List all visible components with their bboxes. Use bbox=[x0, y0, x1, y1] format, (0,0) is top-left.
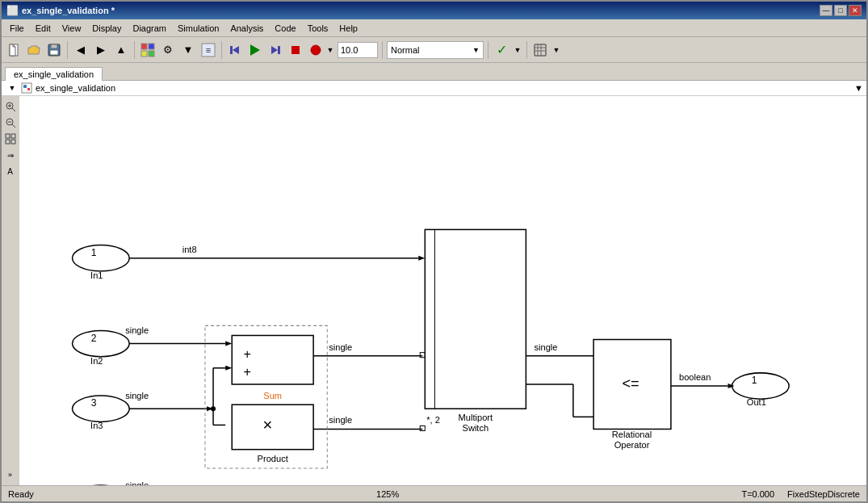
record-button[interactable] bbox=[307, 41, 325, 59]
svg-marker-47 bbox=[225, 366, 232, 371]
diagram-canvas[interactable]: int8 single single bbox=[19, 96, 866, 485]
text-button[interactable]: A bbox=[3, 164, 18, 178]
up-button[interactable]: ▲ bbox=[112, 41, 130, 59]
tab-ex-single-validation[interactable]: ex_single_validation bbox=[5, 67, 103, 81]
svg-line-29 bbox=[12, 124, 15, 128]
check-dropdown[interactable]: ▼ bbox=[513, 41, 522, 59]
main-window: ⬜ ex_single_validation * — □ ✕ File Edit… bbox=[0, 0, 868, 503]
svg-text:+: + bbox=[243, 364, 250, 379]
toolbar: ◀ ▶ ▲ ⚙ ▼ ≡ bbox=[2, 37, 866, 63]
run-button[interactable] bbox=[246, 41, 264, 59]
toolbar-separator-2 bbox=[134, 41, 135, 59]
svg-rect-16 bbox=[535, 44, 546, 56]
new-button[interactable] bbox=[5, 41, 23, 59]
menu-file[interactable]: File bbox=[5, 23, 29, 34]
svg-text:Out1: Out1 bbox=[747, 397, 766, 407]
svg-point-15 bbox=[311, 45, 321, 55]
debug-dropdown[interactable]: ▼ bbox=[551, 41, 561, 59]
status-time: T=0.000 bbox=[741, 489, 774, 499]
zoom-out-button[interactable] bbox=[3, 115, 18, 130]
svg-text:+: + bbox=[243, 346, 250, 361]
menu-diagram[interactable]: Diagram bbox=[128, 23, 171, 34]
svg-rect-22 bbox=[23, 85, 27, 88]
svg-text:boolean: boolean bbox=[679, 372, 711, 382]
save-button[interactable] bbox=[45, 41, 63, 59]
menu-simulation[interactable]: Simulation bbox=[173, 23, 224, 34]
toolbar-separator-1 bbox=[67, 41, 68, 59]
menu-tools[interactable]: Tools bbox=[303, 23, 333, 34]
check-button[interactable]: ✓ bbox=[493, 41, 510, 59]
menu-display[interactable]: Display bbox=[87, 23, 126, 34]
menu-edit[interactable]: Edit bbox=[31, 23, 56, 34]
app-icon: ⬜ bbox=[6, 5, 19, 16]
svg-text:Multiport: Multiport bbox=[459, 413, 493, 422]
status-right: T=0.000 FixedStepDiscrete bbox=[741, 489, 860, 499]
menu-bar: File Edit View Display Diagram Simulatio… bbox=[2, 19, 866, 37]
step-forward-button[interactable] bbox=[266, 41, 284, 59]
stop-to-start-button[interactable] bbox=[226, 41, 244, 59]
sim-mode-dropdown[interactable]: Normal ▼ bbox=[387, 41, 484, 59]
fit-view-button[interactable] bbox=[3, 132, 18, 146]
menu-view[interactable]: View bbox=[57, 23, 86, 34]
status-zoom-level: 125% bbox=[376, 489, 399, 499]
menu-analysis[interactable]: Analysis bbox=[225, 23, 268, 34]
svg-text:single: single bbox=[329, 415, 352, 425]
svg-text:Relational: Relational bbox=[612, 430, 652, 439]
svg-point-95 bbox=[732, 373, 790, 399]
svg-rect-56 bbox=[420, 353, 425, 358]
svg-rect-2 bbox=[51, 44, 57, 48]
title-text: ⬜ ex_single_validation * bbox=[6, 5, 115, 16]
sim-mode-label: Normal bbox=[391, 45, 419, 55]
svg-rect-13 bbox=[278, 46, 280, 54]
canvas-area: ⇒ A » int8 single bbox=[2, 96, 866, 485]
menu-help[interactable]: Help bbox=[334, 23, 363, 34]
menu-code[interactable]: Code bbox=[270, 23, 300, 34]
status-left: Ready bbox=[8, 489, 34, 499]
breadcrumb-bar: ▼ ex_single_validation ▼ bbox=[2, 81, 866, 96]
svg-text:In2: In2 bbox=[90, 356, 103, 366]
svg-point-68 bbox=[73, 245, 130, 271]
status-bar: Ready 125% T=0.000 FixedStepDiscrete bbox=[2, 485, 866, 501]
toolbar-separator-3 bbox=[221, 41, 222, 59]
stateflow-button[interactable]: ≡ bbox=[199, 41, 217, 59]
left-tools: ⇒ A » bbox=[2, 96, 19, 485]
svg-text:3: 3 bbox=[91, 397, 97, 409]
svg-rect-6 bbox=[141, 51, 147, 57]
title-bar: ⬜ ex_single_validation * — □ ✕ bbox=[2, 2, 866, 19]
check-icon: ✓ bbox=[497, 42, 507, 57]
status-ready: Ready bbox=[8, 489, 34, 499]
toolbar-separator-5 bbox=[488, 41, 489, 59]
stop-button[interactable] bbox=[287, 41, 304, 59]
status-solver: FixedStepDiscrete bbox=[787, 489, 860, 499]
window-controls[interactable]: — □ ✕ bbox=[820, 5, 862, 16]
svg-rect-60 bbox=[420, 425, 425, 430]
record-dropdown[interactable]: ▼ bbox=[325, 41, 335, 59]
svg-rect-34 bbox=[11, 140, 15, 144]
svg-text:Product: Product bbox=[258, 454, 288, 463]
settings-dropdown[interactable]: ▼ bbox=[179, 41, 197, 59]
maximize-button[interactable]: □ bbox=[834, 5, 847, 16]
breadcrumb-collapse[interactable]: ▼ bbox=[6, 82, 18, 94]
breadcrumb-dropdown[interactable]: ▼ bbox=[854, 83, 863, 93]
debug-button[interactable] bbox=[531, 41, 549, 59]
forward-button[interactable]: ▶ bbox=[92, 41, 110, 59]
settings-button[interactable]: ⚙ bbox=[159, 41, 177, 59]
svg-text:single: single bbox=[534, 342, 557, 352]
svg-text:1: 1 bbox=[752, 375, 757, 386]
minimize-button[interactable]: — bbox=[820, 5, 832, 16]
expand-button[interactable]: » bbox=[3, 467, 18, 482]
zoom-in-button[interactable] bbox=[3, 99, 18, 114]
svg-rect-84 bbox=[232, 404, 313, 449]
svg-rect-7 bbox=[149, 51, 154, 57]
svg-marker-10 bbox=[233, 46, 239, 54]
svg-text:2: 2 bbox=[91, 333, 97, 344]
library-button[interactable] bbox=[139, 41, 157, 59]
svg-rect-33 bbox=[6, 140, 10, 144]
open-button[interactable] bbox=[25, 41, 43, 59]
svg-text:In3: In3 bbox=[90, 421, 103, 430]
svg-rect-3 bbox=[50, 50, 58, 55]
sim-time-input[interactable] bbox=[338, 42, 378, 58]
back-button[interactable]: ◀ bbox=[72, 41, 90, 59]
close-button[interactable]: ✕ bbox=[849, 5, 862, 16]
arrow-button[interactable]: ⇒ bbox=[3, 148, 18, 162]
